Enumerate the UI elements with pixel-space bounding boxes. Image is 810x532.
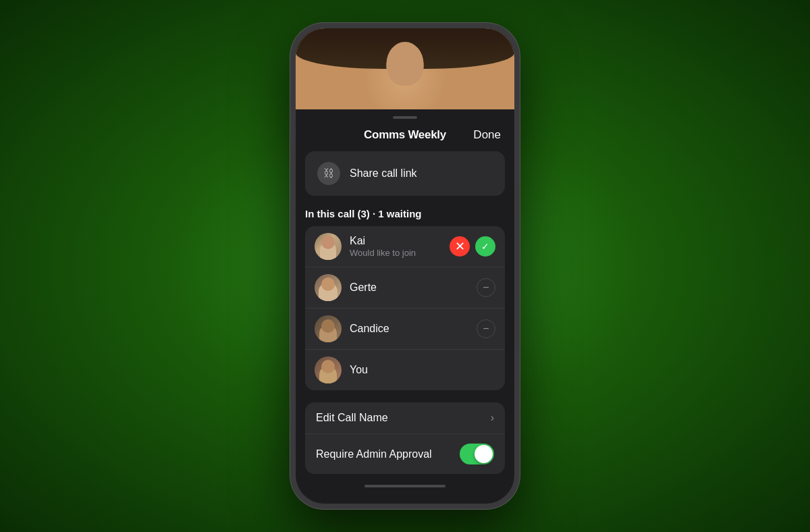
video-preview (296, 28, 514, 109)
bottom-sheet: Comms Weekly Done ⛓ Share call link In t… (296, 109, 514, 504)
share-call-link-button[interactable]: ⛓ Share call link (305, 151, 505, 196)
chevron-right-icon: › (491, 412, 494, 424)
toggle-knob (475, 445, 493, 463)
participant-status-kai: Would like to join (350, 248, 441, 258)
avatar-kai (315, 233, 342, 260)
participant-row-kai: Kai Would like to join ✕ ✓ (305, 226, 505, 267)
participant-info-you: You (350, 364, 495, 376)
drag-handle (393, 116, 417, 119)
share-link-label: Share call link (350, 167, 417, 180)
face-background (296, 28, 514, 109)
approve-kai-button[interactable]: ✓ (475, 236, 495, 257)
participant-row-gerte: Gerte − (305, 267, 505, 308)
deny-kai-button[interactable]: ✕ (450, 236, 470, 257)
participants-card: Kai Would like to join ✕ ✓ Gerte (305, 226, 505, 390)
avatar-candice (315, 315, 342, 342)
participant-name-gerte: Gerte (350, 282, 468, 294)
sheet-header: Comms Weekly Done (296, 128, 514, 151)
participant-info-candice: Candice (350, 323, 468, 335)
remove-gerte-button[interactable]: − (477, 278, 495, 297)
participant-row-candice: Candice − (305, 308, 505, 349)
participant-info-kai: Kai Would like to join (350, 235, 441, 258)
phone-frame: Comms Weekly Done ⛓ Share call link In t… (290, 23, 520, 509)
require-admin-toggle[interactable] (460, 444, 494, 464)
participant-actions-gerte: − (477, 278, 495, 297)
require-admin-row: Require Admin Approval (305, 433, 505, 474)
participant-name-candice: Candice (350, 323, 468, 335)
remove-candice-button[interactable]: − (477, 319, 495, 338)
participant-name-you: You (350, 364, 495, 376)
edit-call-name-label: Edit Call Name (316, 412, 388, 424)
link-icon: ⛓ (317, 162, 340, 185)
settings-card: Edit Call Name › Require Admin Approval (305, 402, 505, 474)
home-indicator (364, 485, 446, 487)
phone-screen: Comms Weekly Done ⛓ Share call link In t… (296, 28, 514, 504)
require-admin-label: Require Admin Approval (316, 448, 432, 460)
participant-row-you: You (305, 349, 505, 390)
done-button[interactable]: Done (473, 128, 501, 142)
avatar-you (315, 356, 342, 383)
participants-section-label: In this call (3) · 1 waiting (296, 208, 514, 226)
sheet-title: Comms Weekly (364, 128, 446, 142)
phone-device: Comms Weekly Done ⛓ Share call link In t… (290, 23, 520, 509)
participant-actions-candice: − (477, 319, 495, 338)
avatar-gerte (315, 274, 342, 301)
participant-info-gerte: Gerte (350, 282, 468, 294)
participant-name-kai: Kai (350, 235, 441, 247)
edit-call-name-row[interactable]: Edit Call Name › (305, 402, 505, 433)
participant-actions-kai: ✕ ✓ (450, 236, 495, 257)
